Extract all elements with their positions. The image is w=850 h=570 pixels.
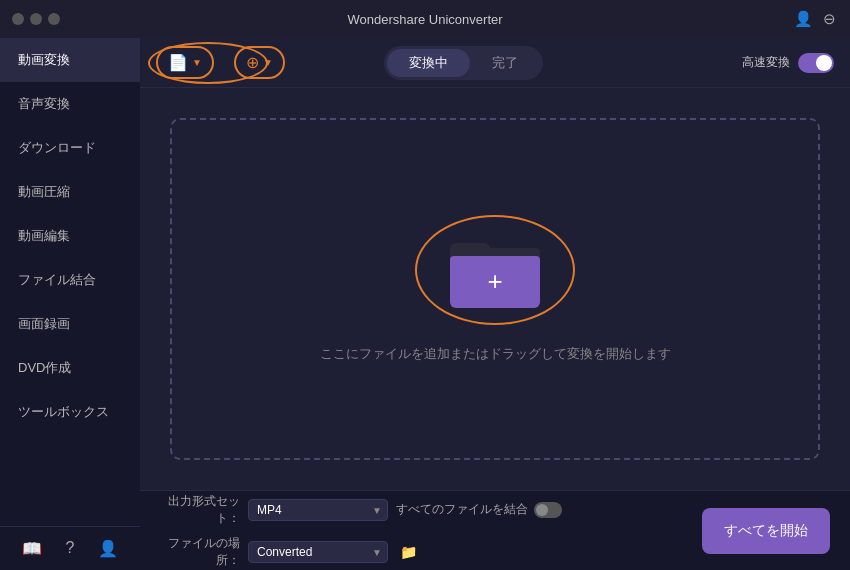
- location-select-wrapper: Converted ▼: [248, 541, 388, 563]
- window-controls: [12, 13, 60, 25]
- sidebar-item-compress[interactable]: 動画圧縮: [0, 170, 140, 214]
- toolbar: 📄 ▼ ⊕ ▼ 変換中: [140, 38, 850, 88]
- titlebar: Wondershare Uniconverter 👤 ⊖: [0, 0, 850, 38]
- format-label: 出力形式セット：: [160, 493, 240, 527]
- folder-open-button[interactable]: 📁: [400, 544, 417, 560]
- sidebar-item-video-convert[interactable]: 動画変換: [0, 38, 140, 82]
- speed-toggle[interactable]: [798, 53, 834, 73]
- format-select-wrapper: MP4 MKV AVI MOV ▼: [248, 499, 388, 521]
- location-select[interactable]: Converted: [248, 541, 388, 563]
- sidebar-item-audio-convert[interactable]: 音声変換: [0, 82, 140, 126]
- folder-front: +: [450, 256, 540, 308]
- sidebar-item-record[interactable]: 画面録画: [0, 302, 140, 346]
- bottom-bar: 出力形式セット： MP4 MKV AVI MOV ▼ すべてのファイルを結合: [140, 490, 850, 570]
- location-row: ファイルの場所： Converted ▼ 📁: [160, 535, 682, 569]
- add-file-button[interactable]: 📄 ▼: [156, 46, 214, 79]
- toggle-knob: [816, 55, 832, 71]
- titlebar-icons: 👤 ⊖: [794, 10, 836, 28]
- toolbar-action-buttons: 📄 ▼ ⊕ ▼: [156, 46, 285, 79]
- format-row: 出力形式セット： MP4 MKV AVI MOV ▼ すべてのファイルを結合: [160, 493, 682, 527]
- minimize-icon[interactable]: ⊖: [823, 10, 836, 28]
- add-file-btn-wrapper: 📄 ▼: [156, 46, 214, 79]
- location-label: ファイルの場所：: [160, 535, 240, 569]
- folder-plus-symbol: +: [487, 266, 502, 297]
- content-area: 📄 ▼ ⊕ ▼ 変換中: [140, 38, 850, 570]
- folder-icon: +: [450, 233, 540, 308]
- help-icon[interactable]: ?: [66, 539, 75, 558]
- add-folder-button[interactable]: ⊕ ▼: [234, 46, 285, 79]
- sidebar-item-toolbox[interactable]: ツールボックス: [0, 390, 140, 434]
- sidebar: 動画変換 音声変換 ダウンロード 動画圧縮 動画編集 ファイル結合 画面録画 D…: [0, 38, 140, 570]
- close-btn[interactable]: [12, 13, 24, 25]
- sidebar-footer: 📖 ? 👤: [0, 526, 140, 570]
- sidebar-item-dvd[interactable]: DVD作成: [0, 346, 140, 390]
- start-all-button[interactable]: すべてを開始: [702, 508, 830, 554]
- folder-plus-icon: ⊕: [246, 53, 259, 72]
- merge-label: すべてのファイルを結合: [396, 501, 528, 518]
- speed-toggle-group: 高速変換: [742, 53, 834, 73]
- drop-hint: ここにファイルを追加またはドラッグして変換を開始します: [320, 345, 671, 363]
- add-file-arrow: ▼: [192, 57, 202, 68]
- person-icon[interactable]: 👤: [98, 539, 118, 558]
- add-folder-arrow: ▼: [263, 57, 273, 68]
- tab-converting[interactable]: 変換中: [387, 49, 470, 77]
- main-layout: 動画変換 音声変換 ダウンロード 動画圧縮 動画編集 ファイル結合 画面録画 D…: [0, 38, 850, 570]
- merge-toggle-row: すべてのファイルを結合: [396, 501, 562, 518]
- tab-group: 変換中 完了: [384, 46, 543, 80]
- file-plus-icon: 📄: [168, 53, 188, 72]
- speed-label: 高速変換: [742, 54, 790, 71]
- account-icon[interactable]: 👤: [794, 10, 813, 28]
- drop-zone[interactable]: + ここにファイルを追加またはドラッグして変換を開始します: [170, 118, 820, 460]
- app-title: Wondershare Uniconverter: [347, 12, 502, 27]
- merge-toggle[interactable]: [534, 502, 562, 518]
- bottom-fields: 出力形式セット： MP4 MKV AVI MOV ▼ すべてのファイルを結合: [160, 493, 682, 569]
- folder-icon-wrapper: +: [425, 215, 565, 325]
- sidebar-item-merge[interactable]: ファイル結合: [0, 258, 140, 302]
- add-folder-btn-wrapper: ⊕ ▼: [234, 46, 285, 79]
- maximize-btn[interactable]: [48, 13, 60, 25]
- drop-area: + ここにファイルを追加またはドラッグして変換を開始します: [140, 88, 850, 490]
- tab-done[interactable]: 完了: [470, 49, 540, 77]
- merge-toggle-knob: [536, 504, 548, 516]
- sidebar-item-edit[interactable]: 動画編集: [0, 214, 140, 258]
- minimize-btn[interactable]: [30, 13, 42, 25]
- sidebar-item-download[interactable]: ダウンロード: [0, 126, 140, 170]
- book-icon[interactable]: 📖: [22, 539, 42, 558]
- format-select[interactable]: MP4 MKV AVI MOV: [248, 499, 388, 521]
